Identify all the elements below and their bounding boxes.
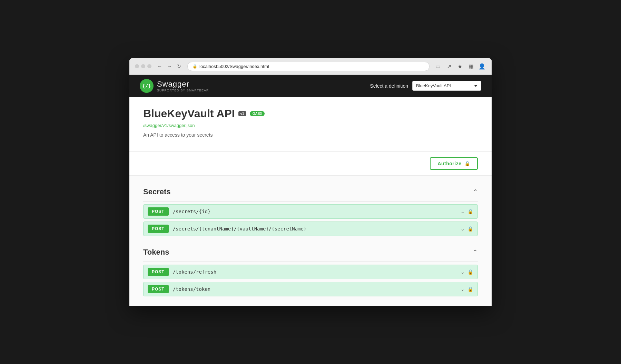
authorize-row: Authorize 🔒: [129, 152, 492, 176]
swagger-brand-text: Swagger Supported by SMARTBEAR: [157, 80, 209, 92]
endpoint-actions-2: ⌄ 🔒: [461, 226, 473, 232]
cast-icon[interactable]: ▭: [434, 62, 442, 70]
endpoint-tokens-token[interactable]: POST /tokens/token ⌄ 🔒: [143, 282, 478, 296]
secrets-section-header[interactable]: Secrets ⌃: [143, 183, 478, 201]
tokens-chevron-icon: ⌃: [473, 248, 478, 256]
spec-link[interactable]: /swagger/v1/swagger.json: [143, 123, 478, 128]
address-bar[interactable]: 🔒 localhost:5002/Swagger/index.html: [187, 62, 430, 71]
browser-minimize-btn[interactable]: [141, 64, 145, 68]
browser-controls: [135, 64, 151, 68]
swagger-definition-selector: Select a definition BlueKeyVault API: [370, 81, 481, 91]
api-title: BlueKeyVault API: [143, 107, 235, 120]
profile-icon[interactable]: 👤: [478, 62, 486, 70]
post-badge-2: POST: [148, 225, 169, 233]
swagger-sections: Secrets ⌃ POST /secrets/{id} ⌄ 🔒 POST /s…: [129, 183, 492, 306]
tokens-section-title: Tokens: [143, 248, 169, 257]
endpoint-path-4: /tokens/token: [173, 286, 456, 292]
authorize-lock-icon: 🔒: [464, 161, 471, 166]
tokens-section: Tokens ⌃ POST /tokens/refresh ⌄ 🔒 POST /…: [143, 243, 478, 296]
browser-window: ← → ↻ 🔒 localhost:5002/Swagger/index.htm…: [129, 58, 492, 306]
endpoint-actions-4: ⌄ 🔒: [461, 286, 473, 292]
secrets-section-title: Secrets: [143, 187, 171, 196]
swagger-brand: {/} Swagger Supported by SMARTBEAR: [140, 79, 209, 93]
url-text: localhost:5002/Swagger/index.html: [199, 64, 269, 69]
reload-button[interactable]: ↻: [175, 62, 183, 70]
api-title-row: BlueKeyVault API v1 OAS3: [143, 107, 478, 120]
endpoint-secrets-id[interactable]: POST /secrets/{id} ⌄ 🔒: [143, 204, 478, 219]
definition-label: Select a definition: [370, 83, 408, 89]
swagger-content: BlueKeyVault API v1 OAS3 /swagger/v1/swa…: [129, 97, 492, 306]
post-badge-4: POST: [148, 285, 169, 293]
swagger-logo-text: {/}: [142, 83, 151, 89]
swagger-brand-name: Swagger: [157, 80, 209, 89]
endpoint-lock-icon-1: 🔒: [467, 209, 473, 214]
browser-maximize-btn[interactable]: [147, 64, 151, 68]
forward-button[interactable]: →: [165, 62, 174, 70]
swagger-info: BlueKeyVault API v1 OAS3 /swagger/v1/swa…: [129, 97, 492, 152]
endpoint-path-1: /secrets/{id}: [173, 209, 456, 214]
browser-close-btn[interactable]: [135, 64, 139, 68]
ssl-lock-icon: 🔒: [193, 64, 197, 69]
version-badge: v1: [238, 111, 246, 116]
nav-arrows: ← → ↻: [156, 62, 183, 70]
api-description: An API to access to your secrets: [143, 132, 478, 138]
endpoint-secrets-tenantname[interactable]: POST /secrets/{tenantName}/{vaultName}/{…: [143, 222, 478, 236]
endpoint-path-3: /tokens/refresh: [173, 269, 456, 275]
sidebar-icon[interactable]: ▦: [467, 62, 475, 70]
browser-actions: ▭ ↗ ★ ▦ 👤: [434, 62, 486, 70]
tokens-section-header[interactable]: Tokens ⌃: [143, 243, 478, 262]
definition-select[interactable]: BlueKeyVault API: [412, 81, 481, 91]
post-badge-1: POST: [148, 207, 169, 216]
swagger-header: {/} Swagger Supported by SMARTBEAR Selec…: [129, 75, 492, 97]
endpoint-actions-1: ⌄ 🔒: [461, 209, 473, 214]
authorize-label: Authorize: [437, 161, 461, 166]
endpoint-lock-icon-3: 🔒: [467, 269, 473, 275]
swagger-brand-subtitle: Supported by SMARTBEAR: [157, 89, 209, 92]
endpoint-actions-3: ⌄ 🔒: [461, 269, 473, 275]
oas3-badge: OAS3: [250, 111, 265, 116]
browser-titlebar: ← → ↻ 🔒 localhost:5002/Swagger/index.htm…: [129, 58, 492, 75]
post-badge-3: POST: [148, 268, 169, 276]
swagger-logo: {/}: [140, 79, 154, 93]
secrets-chevron-icon: ⌃: [473, 188, 478, 196]
expand-chevron-icon-2: ⌄: [461, 226, 465, 232]
share-icon[interactable]: ↗: [445, 62, 453, 70]
bookmark-icon[interactable]: ★: [456, 62, 464, 70]
expand-chevron-icon-3: ⌄: [461, 269, 465, 275]
secrets-section: Secrets ⌃ POST /secrets/{id} ⌄ 🔒 POST /s…: [143, 183, 478, 236]
endpoint-lock-icon-2: 🔒: [467, 226, 473, 232]
endpoint-lock-icon-4: 🔒: [467, 286, 473, 292]
endpoint-path-2: /secrets/{tenantName}/{vaultName}/{secre…: [173, 226, 456, 232]
endpoint-tokens-refresh[interactable]: POST /tokens/refresh ⌄ 🔒: [143, 265, 478, 279]
expand-chevron-icon-1: ⌄: [461, 209, 465, 214]
back-button[interactable]: ←: [156, 62, 164, 70]
expand-chevron-icon-4: ⌄: [461, 286, 465, 292]
authorize-button[interactable]: Authorize 🔒: [430, 157, 478, 170]
